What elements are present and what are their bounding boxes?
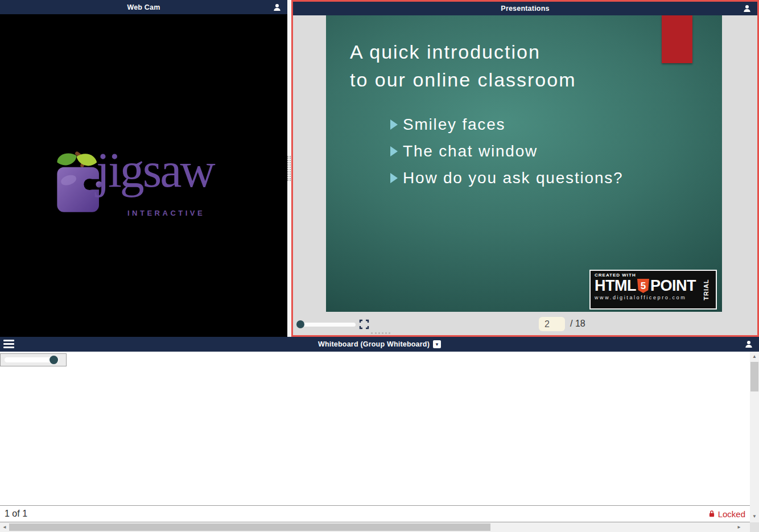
menu-icon[interactable] (3, 340, 15, 349)
user-icon[interactable] (744, 340, 753, 349)
horizontal-scrollbar[interactable]: ◄ ► (0, 522, 750, 532)
bullet-triangle-icon (390, 119, 398, 130)
slide-bullet: How do you ask questions? (390, 169, 623, 187)
presentations-header: Presentations (293, 2, 757, 15)
slide-bullet: The chat window (390, 142, 623, 160)
whiteboard-canvas[interactable] (0, 352, 750, 505)
whiteboard-title: Whiteboard (Group Whiteboard) (318, 340, 430, 348)
slide-title-line1: A quick introduction (350, 38, 576, 66)
presentation-controls: / 18 (293, 314, 757, 335)
panel-divider (287, 0, 291, 337)
html5-shield-icon: 5 (637, 279, 649, 293)
webcam-title: Web Cam (127, 3, 160, 11)
locked-indicator: Locked (708, 506, 745, 522)
scroll-up-icon[interactable]: ▲ (750, 353, 759, 361)
divider-drag-handle[interactable] (287, 156, 291, 181)
zoom-slider-track[interactable] (301, 323, 356, 327)
virtual-classroom: Web Cam (0, 0, 759, 532)
html5point-watermark: CREATED WITH HTML 5 POINT www.digitaloff… (589, 270, 717, 310)
bullet-triangle-icon (390, 146, 398, 156)
slide-accent-rectangle (662, 15, 692, 63)
whiteboard-zoom-slider (0, 353, 67, 366)
bullet-text: How do you ask questions? (403, 169, 623, 187)
slide-title: A quick introduction to our online class… (350, 38, 576, 94)
bullet-triangle-icon (390, 173, 398, 183)
jigsaw-logo-subtitle: INTERACTIVE (127, 209, 205, 217)
jigsaw-logo-wordmark: jigsaw (96, 136, 214, 204)
watermark-url: www.digitalofficepro.com (595, 295, 712, 300)
locked-label: Locked (718, 509, 745, 519)
horizontal-scrollbar-thumb[interactable] (9, 523, 490, 531)
webcam-video-area: jigsaw INTERACTIVE (0, 14, 287, 337)
watermark-brand-row: HTML 5 POINT (595, 278, 712, 294)
watermark-html: HTML (595, 278, 636, 294)
whiteboard-zoom-slider-thumb[interactable] (50, 356, 58, 364)
zoom-slider-thumb[interactable] (296, 320, 304, 328)
whiteboard-dropdown-button[interactable]: ▼ (433, 340, 441, 348)
scroll-right-icon[interactable]: ► (735, 522, 743, 532)
whiteboard-status-bar: 1 of 1 Locked (0, 505, 750, 522)
watermark-point: POINT (650, 278, 696, 294)
resize-drag-handle[interactable] (371, 332, 390, 334)
presentation-slide: A quick introduction to our online class… (326, 15, 722, 312)
user-icon[interactable] (273, 3, 282, 12)
page-number-input[interactable] (539, 317, 565, 331)
lock-icon (708, 509, 716, 518)
slide-bullet-list: Smiley faces The chat window How do you … (390, 116, 623, 196)
webcam-panel: Web Cam (0, 0, 287, 337)
whiteboard-header: Whiteboard (Group Whiteboard) ▼ (0, 337, 759, 352)
bullet-text: Smiley faces (403, 116, 505, 134)
chevron-down-icon: ▼ (435, 342, 439, 347)
slide-bullet: Smiley faces (390, 116, 623, 133)
user-icon[interactable] (742, 4, 752, 13)
whiteboard-panel: Whiteboard (Group Whiteboard) ▼ 1 of 1 (0, 337, 759, 532)
vertical-scrollbar[interactable]: ▲ ▼ (750, 352, 759, 522)
presentations-title: Presentations (501, 5, 549, 13)
page-total-label: / 18 (570, 319, 585, 329)
scroll-down-icon[interactable]: ▼ (750, 513, 759, 521)
page-status: 1 of 1 (5, 509, 27, 519)
vertical-scrollbar-thumb[interactable] (750, 362, 758, 391)
webcam-header: Web Cam (0, 0, 287, 14)
watermark-trial: TRIAL (702, 279, 709, 300)
slide-title-line2: to our online classroom (350, 66, 576, 94)
presentations-panel: Presentations A quick introduction to ou… (291, 0, 759, 337)
scrollbar-corner (750, 522, 759, 532)
scroll-left-icon[interactable]: ◄ (1, 522, 9, 532)
whiteboard-title-group: Whiteboard (Group Whiteboard) ▼ (318, 340, 441, 348)
fullscreen-icon[interactable] (359, 319, 369, 329)
jigsaw-logo: jigsaw INTERACTIVE (53, 150, 241, 229)
bullet-text: The chat window (403, 142, 538, 160)
